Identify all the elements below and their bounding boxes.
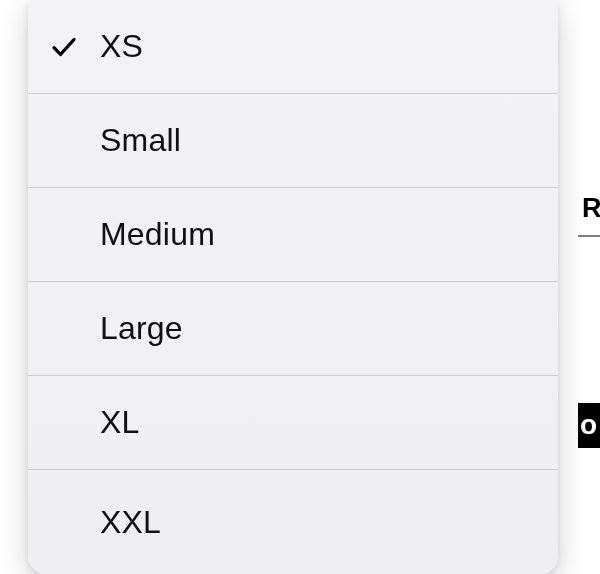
- check-icon: [49, 32, 79, 62]
- size-option-small[interactable]: Small: [28, 94, 558, 188]
- size-select-menu: XS Small Medium Large XL XXL: [28, 0, 558, 574]
- size-option-label: XL: [100, 404, 140, 441]
- size-option-large[interactable]: Large: [28, 282, 558, 376]
- size-option-label: Small: [100, 122, 181, 159]
- size-option-xxl[interactable]: XXL: [28, 470, 558, 574]
- background-underline: [578, 235, 600, 237]
- size-option-xl[interactable]: XL: [28, 376, 558, 470]
- size-option-label: Large: [100, 310, 183, 347]
- background-dark-box: o: [578, 403, 600, 448]
- size-option-label: XXL: [100, 504, 161, 541]
- size-option-medium[interactable]: Medium: [28, 188, 558, 282]
- size-option-xs[interactable]: XS: [28, 0, 558, 94]
- size-option-label: XS: [100, 28, 143, 65]
- background-box-letter: o: [580, 409, 597, 441]
- size-option-label: Medium: [100, 216, 215, 253]
- background-partial-letter: R: [582, 195, 600, 222]
